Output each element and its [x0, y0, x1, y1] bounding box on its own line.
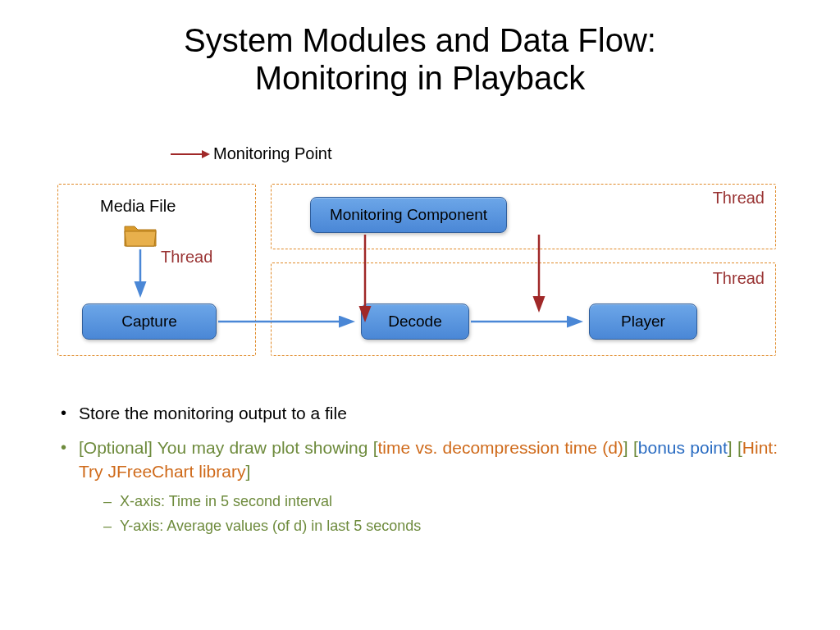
monitoring-component-box: Monitoring Component: [310, 197, 507, 233]
arrow-capture-to-decode: [218, 316, 359, 327]
bullet-list: Store the monitoring output to a file [O…: [59, 402, 778, 548]
media-file-label: Media File: [100, 197, 176, 216]
slide-title: System Modules and Data Flow: Monitoring…: [0, 21, 840, 97]
arrow-decode-to-player: [471, 316, 587, 327]
thread-label-top-right: Thread: [713, 189, 765, 208]
capture-box: Capture: [82, 304, 217, 340]
arrow-monitoring-to-player-path: [533, 235, 545, 317]
legend-label: Monitoring Point: [213, 144, 332, 163]
bullet-item-1: Store the monitoring output to a file: [59, 402, 778, 425]
player-box: Player: [589, 304, 697, 340]
thread-label-bottom-right: Thread: [713, 269, 765, 288]
bullet-item-2: [Optional] You may draw plot showing [ti…: [59, 436, 778, 536]
legend-arrow-icon: [171, 153, 203, 155]
arrow-mediafile-to-capture: [135, 249, 146, 302]
decode-box: Decode: [361, 304, 469, 340]
folder-icon: [123, 221, 158, 248]
sub-bullet-2: Y-axis: Average values (of d) in last 5 …: [79, 516, 778, 536]
arrow-monitoring-to-decode: [359, 235, 371, 326]
thread-container-bottom-right: [271, 262, 776, 356]
thread-label-left: Thread: [161, 248, 212, 267]
legend: Monitoring Point: [171, 144, 332, 163]
sub-bullet-1: X-axis: Time in 5 second interval: [79, 491, 778, 511]
